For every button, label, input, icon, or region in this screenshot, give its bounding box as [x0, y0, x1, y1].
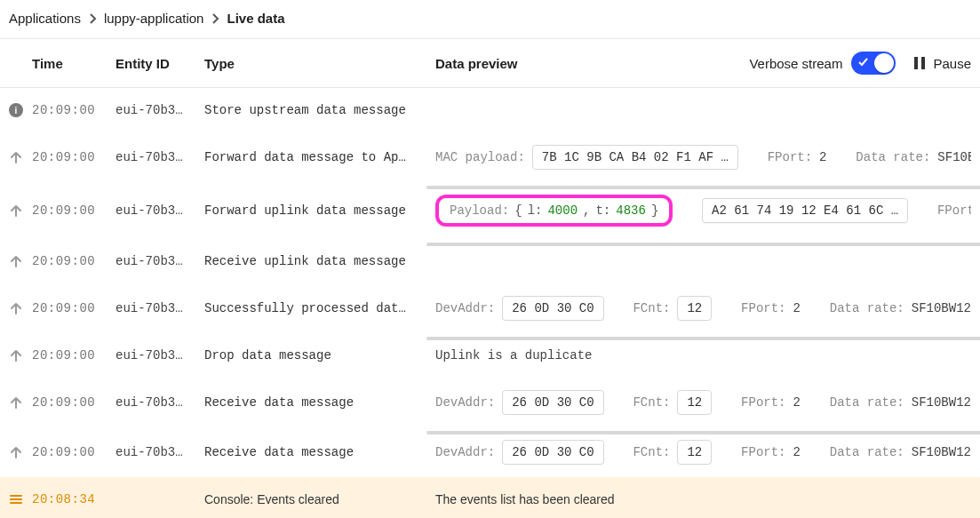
event-time: 20:09:00	[32, 103, 116, 117]
devaddr-label: DevAddr:	[435, 301, 495, 315]
svg-text:i: i	[15, 106, 18, 116]
data-rate-value: SF10BW125	[912, 301, 971, 315]
verbose-toggle[interactable]	[851, 52, 896, 75]
arrow-up-icon	[9, 348, 23, 363]
event-type: Receive data message	[204, 445, 435, 459]
payload-t: 4836	[616, 203, 646, 218]
fcnt-value[interactable]: 12	[677, 390, 712, 415]
event-type: Forward data message to Ap…	[204, 150, 435, 164]
pause-button[interactable]: Pause	[913, 56, 971, 71]
arrow-up-icon	[9, 445, 23, 459]
event-entity: eui-70b3…	[116, 254, 204, 268]
event-time: 20:09:00	[32, 445, 116, 459]
event-time: 20:09:00	[32, 203, 116, 218]
event-list: i20:09:00eui-70b3…Store upstream data me…	[0, 88, 980, 518]
fcnt-label: FCnt:	[633, 445, 670, 459]
fport-label: FPort:	[937, 203, 971, 218]
event-row[interactable]: i20:09:00eui-70b3…Store upstream data me…	[0, 88, 980, 132]
event-time: 20:09:00	[32, 395, 116, 410]
fport-label: FPort:	[741, 301, 785, 315]
event-time: 20:08:34	[32, 492, 116, 506]
event-entity: eui-70b3…	[116, 395, 204, 410]
event-time: 20:09:00	[32, 254, 116, 268]
mac-payload-label: MAC payload:	[435, 150, 525, 164]
devaddr-value[interactable]: 26 0D 30 C0	[502, 440, 603, 465]
event-preview: MAC payload: 7B 1C 9B CA B4 02 F1 AF … F…	[435, 145, 971, 170]
breadcrumb: Applications luppy-application Live data	[0, 0, 980, 39]
event-type: Drop data message	[204, 348, 435, 363]
event-type: Console: Events cleared	[204, 492, 435, 506]
fport-value: 2	[793, 301, 801, 315]
verbose-label: Verbose stream	[749, 56, 842, 71]
fport-label: FPort:	[741, 395, 785, 410]
check-icon	[857, 56, 870, 68]
event-type: Forward uplink data message	[204, 203, 435, 218]
fport-label: FPort:	[768, 150, 812, 164]
breadcrumb-app[interactable]: luppy-application	[104, 11, 204, 26]
event-entity: eui-70b3…	[116, 150, 204, 164]
event-entity: eui-70b3…	[116, 445, 204, 459]
devaddr-label: DevAddr:	[435, 445, 495, 459]
devaddr-label: DevAddr:	[435, 395, 495, 410]
svg-rect-1	[921, 57, 925, 69]
chevron-right-icon	[88, 12, 97, 25]
event-entity: eui-70b3…	[116, 301, 204, 315]
event-time: 20:09:00	[32, 301, 116, 315]
col-type-header: Type	[204, 56, 435, 71]
arrow-up-icon	[9, 301, 23, 315]
event-row[interactable]: 20:09:00eui-70b3…Receive uplink data mes…	[0, 239, 980, 283]
event-row[interactable]: 20:09:00eui-70b3…Receive data messageDev…	[0, 378, 980, 427]
breadcrumb-root[interactable]: Applications	[9, 11, 81, 26]
fcnt-value[interactable]: 12	[677, 296, 712, 321]
arrow-up-icon	[9, 254, 23, 268]
data-rate-label: Data rate:	[856, 150, 930, 164]
event-type: Receive uplink data message	[204, 254, 435, 268]
arrow-up-icon	[9, 150, 23, 164]
breadcrumb-current: Live data	[227, 11, 284, 26]
event-row[interactable]: 20:09:00eui-70b3…Forward uplink data mes…	[0, 182, 980, 239]
fcnt-label: FCnt:	[633, 301, 670, 315]
system-icon	[9, 492, 23, 506]
col-time-header: Time	[32, 56, 116, 71]
event-preview: DevAddr: 26 0D 30 C0 FCnt: 12 FPort: 2 D…	[435, 440, 971, 465]
column-header-row: Time Entity ID Type Data preview Verbose…	[0, 39, 980, 88]
fport-label: FPort:	[741, 445, 785, 459]
payload-label: Payload:	[450, 203, 509, 218]
arrow-up-icon	[9, 203, 23, 218]
toggle-knob	[874, 53, 894, 73]
event-row[interactable]: 20:09:00eui-70b3…Drop data messageUplink…	[0, 333, 980, 378]
devaddr-value[interactable]: 26 0D 30 C0	[502, 296, 603, 321]
data-rate-value: SF10BW125	[912, 395, 971, 410]
event-entity: eui-70b3…	[116, 103, 204, 117]
chevron-right-icon	[211, 12, 219, 25]
event-preview: Payload: { l: 4000, t: 4836 } A2 61 74 1…	[435, 195, 971, 227]
fport-value: 2	[819, 150, 826, 164]
event-time: 20:09:00	[32, 150, 116, 164]
event-row[interactable]: 20:09:00eui-70b3…Forward data message to…	[0, 132, 980, 182]
payload-l: 4000	[547, 203, 578, 218]
arrow-up-icon	[9, 395, 23, 410]
mac-payload-value[interactable]: 7B 1C 9B CA B4 02 F1 AF …	[532, 145, 738, 170]
event-preview: The events list has been cleared	[435, 492, 971, 506]
event-time: 20:09:00	[32, 348, 116, 363]
payload-highlight: Payload: { l: 4000, t: 4836 }	[435, 195, 673, 227]
payload-hex[interactable]: A2 61 74 19 12 E4 61 6C …	[702, 198, 908, 223]
fcnt-value[interactable]: 12	[677, 440, 712, 465]
event-row[interactable]: 20:08:34Console: Events clearedThe event…	[0, 477, 980, 518]
event-entity: eui-70b3…	[116, 203, 204, 218]
pause-label: Pause	[933, 56, 971, 71]
event-preview: DevAddr: 26 0D 30 C0 FCnt: 12 FPort: 2 D…	[435, 390, 971, 415]
data-rate-label: Data rate:	[830, 301, 904, 315]
event-preview: Uplink is a duplicate	[435, 348, 971, 363]
event-preview: DevAddr: 26 0D 30 C0 FCnt: 12 FPort: 2 D…	[435, 296, 971, 321]
event-type: Store upstream data message	[204, 103, 435, 117]
pause-icon	[913, 56, 926, 70]
svg-rect-0	[914, 57, 918, 69]
event-type: Successfully processed dat…	[204, 301, 435, 315]
data-rate-value: SF10BW125	[912, 445, 971, 459]
event-row[interactable]: 20:09:00eui-70b3…Successfully processed …	[0, 283, 980, 333]
event-row[interactable]: 20:09:00eui-70b3…Receive data messageDev…	[0, 427, 980, 477]
devaddr-value[interactable]: 26 0D 30 C0	[502, 390, 603, 415]
event-type: Receive data message	[204, 395, 435, 410]
data-rate-label: Data rate:	[830, 445, 904, 459]
